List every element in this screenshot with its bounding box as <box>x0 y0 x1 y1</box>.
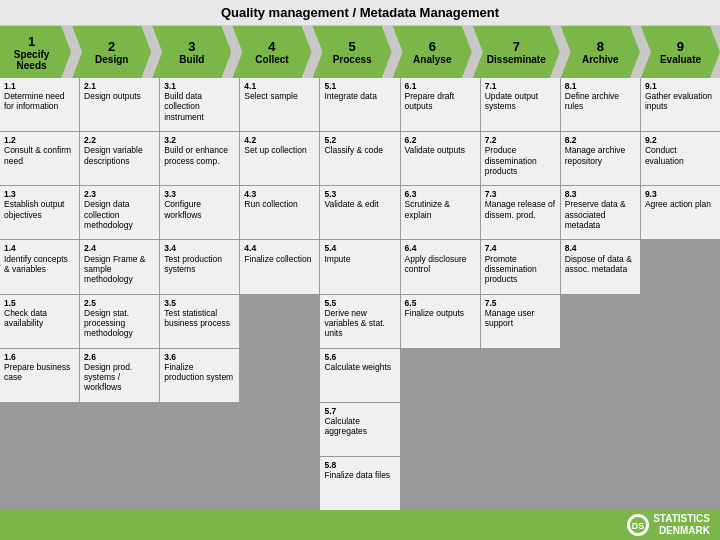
task-cell: 6.5Finalize outputs <box>401 295 480 348</box>
phase-header-8: 8Archive <box>561 26 640 78</box>
task-cell: 3.4Test production systems <box>160 240 239 293</box>
task-id: 3.6 <box>164 352 235 362</box>
task-cell: 4.2Set up collection <box>240 132 319 185</box>
task-id: 9.2 <box>645 135 716 145</box>
task-text: Design prod. systems / workflows <box>84 362 155 393</box>
main-content: 1Specify Needs2Design3Build4Collect5Proc… <box>0 26 720 510</box>
task-cell: 1.4Identify concepts & variables <box>0 240 79 293</box>
task-cell: 7.2Produce dissemination products <box>481 132 560 185</box>
task-cell: 7.5Manage user support <box>481 295 560 348</box>
task-text: Finalize data files <box>324 470 395 480</box>
task-id: 1.5 <box>4 298 75 308</box>
task-cell: 2.4Design Frame & sample methodology <box>80 240 159 293</box>
task-cell: 6.4Apply disclosure control <box>401 240 480 293</box>
task-cell: 5.5Derive new variables & stat. units <box>320 295 399 348</box>
task-text: Dispose of data & assoc. metadata <box>565 254 636 274</box>
task-id: 3.3 <box>164 189 235 199</box>
task-id: 8.4 <box>565 243 636 253</box>
task-cell: 6.1Prepare draft outputs <box>401 78 480 131</box>
footer-logo-text: STATISTICS DENMARK <box>653 513 710 537</box>
body-grid: 1.1Determine need for information1.2Cons… <box>0 78 720 510</box>
task-cell: 8.4Dispose of data & assoc. metadata <box>561 240 640 293</box>
phase-col-9: 9.1Gather evaluation inputs9.2Conduct ev… <box>641 78 720 510</box>
task-id: 5.5 <box>324 298 395 308</box>
task-cell: 2.1Design outputs <box>80 78 159 131</box>
task-text: Gather evaluation inputs <box>645 91 716 111</box>
task-id: 3.5 <box>164 298 235 308</box>
phase-header-1: 1Specify Needs <box>0 26 71 78</box>
task-cell: 5.3Validate & edit <box>320 186 399 239</box>
task-id: 2.3 <box>84 189 155 199</box>
phase-col-6: 6.1Prepare draft outputs6.2Validate outp… <box>401 78 480 510</box>
phase-header-5: 5Process <box>313 26 392 78</box>
task-text: Impute <box>324 254 395 264</box>
task-id: 6.5 <box>405 298 476 308</box>
task-text: Consult & confirm need <box>4 145 75 165</box>
task-id: 2.2 <box>84 135 155 145</box>
task-id: 8.3 <box>565 189 636 199</box>
task-cell: 4.1Select sample <box>240 78 319 131</box>
task-id: 6.3 <box>405 189 476 199</box>
task-id: 7.2 <box>485 135 556 145</box>
task-text: Identify concepts & variables <box>4 254 75 274</box>
phase-col-5: 5.1Integrate data5.2Classify & code5.3Va… <box>320 78 399 510</box>
task-cell: 3.3Configure workflows <box>160 186 239 239</box>
task-cell: 8.3Preserve data & associated metadata <box>561 186 640 239</box>
task-id: 2.4 <box>84 243 155 253</box>
task-id: 1.3 <box>4 189 75 199</box>
task-text: Configure workflows <box>164 199 235 219</box>
task-text: Finalize outputs <box>405 308 476 318</box>
task-text: Classify & code <box>324 145 395 155</box>
task-cell: 5.4Impute <box>320 240 399 293</box>
task-cell: 2.5Design stat. processing methodology <box>80 295 159 348</box>
phase-col-7: 7.1Update output systems7.2Produce disse… <box>481 78 560 510</box>
task-text: Agree action plan <box>645 199 716 209</box>
phase-col-2: 2.1Design outputs2.2Design variable desc… <box>80 78 159 510</box>
task-id: 1.4 <box>4 243 75 253</box>
task-id: 8.2 <box>565 135 636 145</box>
task-text: Prepare business case <box>4 362 75 382</box>
task-cell: 2.2Design variable descriptions <box>80 132 159 185</box>
task-text: Promote dissemination products <box>485 254 556 285</box>
task-id: 7.5 <box>485 298 556 308</box>
task-id: 3.1 <box>164 81 235 91</box>
task-id: 4.2 <box>244 135 315 145</box>
task-id: 1.2 <box>4 135 75 145</box>
task-text: Integrate data <box>324 91 395 101</box>
task-cell: 5.8Finalize data files <box>320 457 399 510</box>
phase-col-4: 4.1Select sample4.2Set up collection4.3R… <box>240 78 319 510</box>
footer: DS STATISTICS DENMARK <box>0 510 720 540</box>
task-text: Conduct evaluation <box>645 145 716 165</box>
table-area: 1Specify Needs2Design3Build4Collect5Proc… <box>0 26 720 510</box>
task-cell: 6.2Validate outputs <box>401 132 480 185</box>
task-text: Update output systems <box>485 91 556 111</box>
task-cell: 2.6Design prod. systems / workflows <box>80 349 159 402</box>
task-cell: 5.1Integrate data <box>320 78 399 131</box>
task-id: 5.8 <box>324 460 395 470</box>
task-id: 3.4 <box>164 243 235 253</box>
task-id: 8.1 <box>565 81 636 91</box>
task-cell: 1.5Check data availability <box>0 295 79 348</box>
task-id: 5.6 <box>324 352 395 362</box>
phase-col-1: 1.1Determine need for information1.2Cons… <box>0 78 79 510</box>
header-row: 1Specify Needs2Design3Build4Collect5Proc… <box>0 26 720 78</box>
task-cell: 6.3Scrutinize & explain <box>401 186 480 239</box>
task-text: Finalize production system <box>164 362 235 382</box>
task-cell: 4.3Run collection <box>240 186 319 239</box>
task-text: Produce dissemination products <box>485 145 556 176</box>
page-title: Quality management / Metadata Management <box>0 0 720 26</box>
task-cell: 1.1Determine need for information <box>0 78 79 131</box>
task-text: Scrutinize & explain <box>405 199 476 219</box>
phase-header-3: 3Build <box>152 26 231 78</box>
task-id: 5.3 <box>324 189 395 199</box>
task-text: Design variable descriptions <box>84 145 155 165</box>
phase-header-2: 2Design <box>72 26 151 78</box>
task-text: Test statistical business process <box>164 308 235 328</box>
task-cell: 5.6Calculate weights <box>320 349 399 402</box>
task-id: 9.3 <box>645 189 716 199</box>
task-cell: 8.1Define archive rules <box>561 78 640 131</box>
phase-col-8: 8.1Define archive rules8.2Manage archive… <box>561 78 640 510</box>
page-wrapper: Quality management / Metadata Management… <box>0 0 720 540</box>
task-text: Manage user support <box>485 308 556 328</box>
phase-col-3: 3.1Build data collection instrument3.2Bu… <box>160 78 239 510</box>
